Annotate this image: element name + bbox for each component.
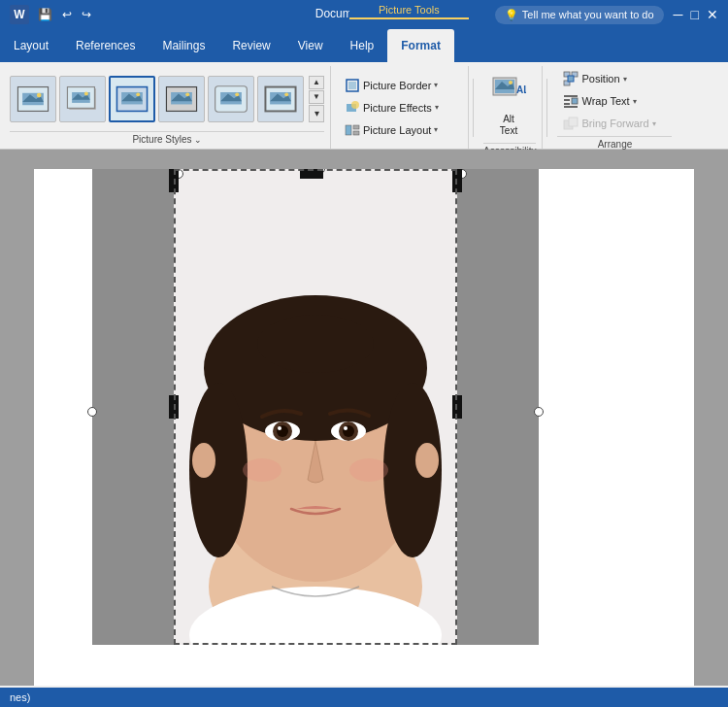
picture-options-content: Picture Border ▾ Picture Effects ▾: [339, 68, 462, 147]
svg-point-68: [192, 443, 215, 478]
close-button[interactable]: ✕: [707, 7, 718, 22]
svg-point-24: [284, 92, 288, 96]
wrap-text-arrow: ▾: [633, 97, 637, 106]
ribbon-group-picture-options: Picture Border ▾ Picture Effects ▾: [333, 66, 469, 149]
redo-button[interactable]: ↪: [79, 6, 94, 23]
style-scroll-down[interactable]: ▼: [309, 90, 324, 104]
svg-rect-49: [92, 169, 174, 645]
crop-handle-right-top[interactable]: [452, 169, 462, 192]
wrap-text-icon: [563, 93, 579, 109]
save-button[interactable]: 💾: [35, 6, 55, 23]
svg-point-12: [136, 92, 140, 96]
handle-mid-right[interactable]: [534, 407, 544, 417]
tab-review[interactable]: Review: [218, 29, 283, 62]
ribbon-group-picture-styles: ▲ ▼ ▾ Picture Styles ⌄: [4, 66, 331, 149]
ribbon-group-accessibility: ALT Alt Text Accessibility: [478, 66, 543, 149]
status-bar: nes): [0, 688, 728, 707]
style-thumb-4[interactable]: [158, 76, 205, 122]
crop-handle-top[interactable]: [300, 169, 323, 179]
style-thumb-3[interactable]: [109, 76, 155, 122]
picture-styles-content: ▲ ▼ ▾: [10, 68, 324, 129]
minimize-button[interactable]: ─: [674, 7, 683, 22]
svg-point-8: [84, 91, 88, 95]
position-button[interactable]: Position ▾: [557, 68, 661, 89]
status-text: nes): [10, 691, 30, 703]
wrap-text-button[interactable]: Wrap Text ▾: [557, 90, 661, 112]
style-scroll-up[interactable]: ▲: [309, 76, 324, 89]
tab-view[interactable]: View: [284, 29, 337, 62]
style-thumb-2[interactable]: [59, 76, 106, 122]
svg-point-69: [415, 443, 439, 478]
crop-handle-right-mid[interactable]: [452, 395, 462, 419]
svg-rect-44: [564, 103, 570, 105]
style-thumb-5[interactable]: [208, 76, 254, 122]
quick-access-toolbar: 💾 ↩ ↪: [35, 6, 94, 23]
bring-forward-button[interactable]: Bring Forward ▾: [557, 113, 661, 134]
lightbulb-icon: 💡: [505, 9, 518, 21]
picture-border-button[interactable]: Picture Border ▾: [339, 75, 445, 96]
separator-2: [546, 79, 547, 137]
picture-effects-button[interactable]: Picture Effects ▾: [339, 97, 445, 118]
title-bar-left: W 💾 ↩ ↪: [10, 5, 94, 24]
crop-handle-left-mid[interactable]: [169, 395, 179, 419]
document-page: [34, 169, 694, 686]
svg-point-65: [257, 315, 374, 373]
svg-point-20: [235, 92, 239, 96]
svg-rect-26: [348, 82, 356, 89]
picture-layout-icon: [345, 122, 360, 138]
tab-layout[interactable]: Layout: [0, 29, 62, 62]
style-thumb-1[interactable]: [10, 76, 56, 122]
svg-rect-42: [564, 99, 570, 101]
arrange-btn-group: Position ▾ Wrap Text: [557, 68, 661, 134]
svg-point-60: [278, 426, 281, 430]
svg-point-3: [37, 92, 42, 97]
style-thumb-6[interactable]: [257, 76, 304, 122]
ribbon-tabs: Layout References Mailings Review View H…: [0, 29, 728, 62]
undo-button[interactable]: ↩: [59, 6, 75, 23]
svg-rect-47: [569, 118, 578, 126]
word-icon: W: [10, 5, 29, 24]
image-container[interactable]: [92, 169, 539, 645]
svg-point-35: [509, 81, 513, 84]
maximize-button[interactable]: □: [691, 7, 699, 22]
position-icon: [563, 71, 579, 86]
picture-styles-label: Picture Styles ⌄: [10, 131, 324, 147]
svg-point-28: [351, 101, 359, 109]
tab-help[interactable]: Help: [337, 29, 388, 62]
svg-rect-43: [572, 98, 578, 104]
svg-rect-50: [457, 169, 539, 645]
svg-text:ALT: ALT: [516, 84, 526, 95]
position-arrow: ▾: [623, 75, 627, 84]
handle-mid-left[interactable]: [87, 407, 97, 417]
svg-rect-29: [346, 125, 351, 135]
tell-me-input[interactable]: 💡 Tell me what you want to do: [495, 6, 664, 24]
svg-point-16: [185, 92, 189, 96]
style-thumbnails: [10, 76, 304, 122]
picture-tools-label: Picture Tools: [349, 0, 469, 19]
svg-point-66: [243, 458, 281, 482]
svg-rect-30: [353, 125, 359, 129]
accessibility-content: ALT Alt Text: [483, 68, 536, 141]
ribbon-group-arrange: Position ▾ Wrap Text: [551, 66, 678, 149]
crop-handle-left-top[interactable]: [169, 169, 179, 192]
tab-references[interactable]: References: [62, 29, 149, 62]
alt-text-label: Alt Text: [500, 114, 517, 137]
svg-point-64: [344, 426, 347, 430]
arrange-content: Position ▾ Wrap Text: [557, 68, 672, 134]
title-bar: W 💾 ↩ ↪ Document1 - Word Picture Tools 💡…: [0, 0, 728, 29]
style-scroll-more[interactable]: ▾: [309, 105, 324, 122]
picture-layout-button[interactable]: Picture Layout ▾: [339, 119, 445, 141]
bring-forward-icon: [563, 116, 579, 131]
picture-border-icon: [345, 78, 360, 93]
svg-point-67: [349, 458, 388, 482]
picture-styles-expand-icon[interactable]: ⌄: [194, 135, 202, 145]
document-area: [0, 150, 728, 686]
alt-text-icon: ALT: [491, 72, 526, 112]
alt-text-button[interactable]: ALT Alt Text: [483, 68, 534, 141]
picture-layout-arrow: ▾: [434, 125, 438, 134]
picture-border-arrow: ▾: [434, 81, 438, 89]
tab-format[interactable]: Format: [387, 29, 454, 62]
bring-forward-arrow: ▾: [652, 119, 656, 128]
tab-mailings[interactable]: Mailings: [149, 29, 218, 62]
svg-rect-41: [564, 95, 578, 97]
